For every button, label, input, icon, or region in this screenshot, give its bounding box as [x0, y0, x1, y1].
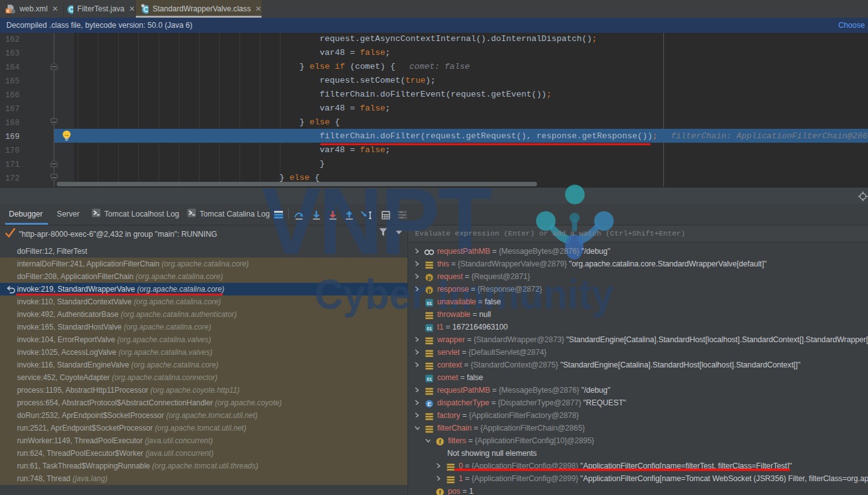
svg-text:01: 01	[426, 300, 431, 306]
svg-text:p: p	[428, 287, 431, 293]
svg-text:E: E	[428, 400, 431, 407]
svg-text:p: p	[428, 274, 431, 280]
svg-text:01: 01	[426, 325, 431, 331]
svg-text:01: 01	[426, 376, 431, 381]
